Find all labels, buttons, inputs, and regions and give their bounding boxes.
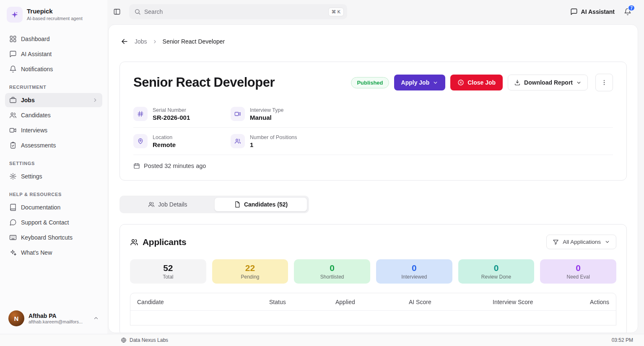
download-report-label: Download Report [524,79,573,86]
workspace-name: Data Nexus Labs [130,337,168,343]
chevron-right-icon [92,97,98,103]
sidebar-item-label: Interviews [21,127,47,134]
column-header-interview-score: Interview Score [486,299,570,305]
hash-icon [133,107,148,121]
section-heading-settings: SETTINGS [0,153,107,168]
briefcase-icon [9,96,17,104]
more-actions-button[interactable] [595,74,613,91]
tab-label: Job Details [158,201,187,208]
field-label: Serial Number [153,107,190,113]
close-job-button[interactable]: Close Job [450,75,503,90]
stat-label: Need Eval [566,274,589,280]
download-icon [514,79,521,86]
users-icon [130,238,138,246]
sidebar-item-support[interactable]: Support & Contact [5,215,102,230]
back-button[interactable] [119,36,130,46]
chevron-down-icon [605,239,610,245]
topbar: ⌘ K AI Assistant 7 [107,0,644,23]
sidebar-item-notifications[interactable]: Notifications [5,62,102,76]
tab-job-details[interactable]: Job Details [121,197,214,212]
sidebar-toggle-button[interactable] [111,5,123,18]
user-menu[interactable]: N Afthab PA afthab.kareem@mailfors... [5,308,102,329]
filter-icon [553,239,559,245]
map-pin-icon [133,134,148,148]
stat-review-done: 0 Review Done [458,259,535,284]
apply-job-button[interactable]: Apply Job [394,75,446,90]
notification-badge: 7 [628,5,635,11]
stat-value: 0 [412,263,417,273]
close-job-label: Close Job [467,79,496,86]
tab-label: Candidates (52) [244,201,288,208]
notifications-button[interactable]: 7 [622,6,633,17]
chevron-down-icon [433,80,438,85]
stat-shortlisted: 0 Shortlisted [294,259,370,284]
calendar-icon [133,163,140,169]
app-logo-icon [7,7,23,23]
book-icon [9,204,17,211]
stat-value: 0 [330,263,335,273]
content-panel: Jobs Senior React Developer Senior React… [108,24,638,333]
breadcrumb-jobs[interactable]: Jobs [135,38,147,45]
status-badge: Published [351,77,389,88]
sidebar-item-label: Settings [21,173,42,180]
stat-value: 0 [494,263,499,273]
avatar: N [8,310,24,326]
sidebar-item-candidates[interactable]: Candidates [5,108,102,122]
table-row [130,311,616,325]
sidebar-item-label: Candidates [21,112,51,119]
field-label: Number of Positions [250,134,297,140]
candidates-table: Candidate Status Applied AI Score Interv… [130,293,616,325]
stat-total: 52 Total [130,259,206,284]
sidebar-nav: Dashboard AI Assistant Notifications REC… [0,27,107,304]
main-area: ⌘ K AI Assistant 7 Jobs Senior React Dev… [107,0,644,334]
clock-time: 03:52 PM [612,337,633,343]
field-value: Manual [250,114,283,121]
apply-job-label: Apply Job [401,79,430,86]
x-circle-icon [457,79,464,86]
field-positions: Number of Positions 1 [231,134,297,148]
users-icon [148,201,155,208]
search-icon [134,8,141,15]
search-bar[interactable]: ⌘ K [129,4,347,19]
stat-label: Review Done [481,274,511,280]
search-input[interactable] [144,8,325,15]
sidebar-item-label: Dashboard [21,36,50,42]
ai-assistant-button[interactable]: AI Assistant [570,8,615,15]
page-title: Senior React Developer [133,75,275,90]
field-value: Remote [153,141,176,148]
applications-filter-button[interactable]: All Applications [546,235,616,249]
field-label: Location [153,134,176,140]
sidebar-item-assessments[interactable]: Assessments [5,138,102,152]
column-header-status: Status [262,299,329,305]
download-report-button[interactable]: Download Report [508,75,588,90]
field-location: Location Remote [133,134,231,148]
posted-time-label: Posted 32 minutes ago [144,163,206,169]
sidebar-item-jobs[interactable]: Jobs [5,93,102,107]
breadcrumb-current: Senior React Developer [163,38,225,45]
sidebar-item-label: Assessments [21,142,56,149]
sidebar-item-whats-new[interactable]: What's New [5,245,102,260]
tab-candidates[interactable]: Candidates (52) [214,197,307,212]
sidebar-item-label: Notifications [21,66,53,72]
clipboard-icon [9,142,17,149]
column-header-ai-score: AI Score [402,299,486,305]
sidebar-item-documentation[interactable]: Documentation [5,200,102,214]
field-label: Interview Type [250,107,283,113]
field-interview-type: Interview Type Manual [231,107,283,121]
app-logo: Truepick AI-based recruitment agent [0,0,107,27]
sidebar-item-label: Jobs [21,97,35,103]
sidebar: Truepick AI-based recruitment agent Dash… [0,0,107,334]
applicants-card: Applicants All Applications 52 Total 22 … [119,224,627,333]
kebab-menu-icon [601,79,608,86]
stat-interviewed: 0 Interviewed [376,259,452,284]
sidebar-item-interviews[interactable]: Interviews [5,123,102,137]
user-name: Afthab PA [29,312,89,319]
sidebar-item-ai-assistant[interactable]: AI Assistant [5,47,102,61]
sidebar-item-settings[interactable]: Settings [5,169,102,183]
chat-icon [570,8,578,15]
globe-icon [121,337,127,343]
chat-icon [9,50,17,58]
sidebar-item-dashboard[interactable]: Dashboard [5,32,102,46]
sidebar-item-keyboard-shortcuts[interactable]: Keyboard Shortcuts [5,230,102,245]
stat-pending: 22 Pending [212,259,288,284]
